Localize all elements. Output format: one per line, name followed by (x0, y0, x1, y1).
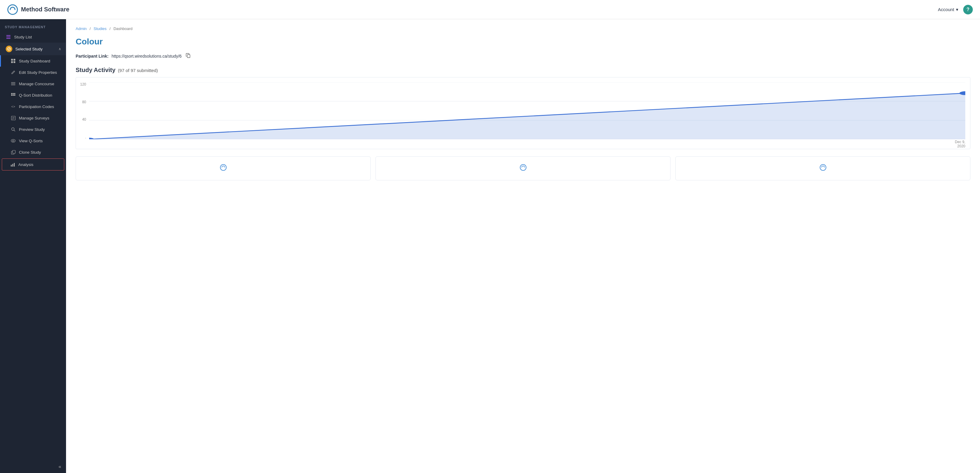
selected-study-icon (6, 46, 12, 52)
svg-rect-12 (11, 93, 12, 94)
card-3-icon (819, 163, 827, 174)
sidebar: STUDY MANAGEMENT Study List Selected Stu… (0, 19, 66, 473)
breadcrumb: Admin / Studies / Dashboard (76, 26, 970, 31)
sidebar-item-label: Study List (14, 35, 32, 39)
sidebar-item-qsort-distribution[interactable]: Q-Sort Distribution (0, 89, 66, 101)
navbar-right: Account ▾ ? (938, 5, 973, 14)
sidebar-item-manage-surveys[interactable]: Manage Surveys (0, 112, 66, 124)
sidebar-item-label: Selected Study (15, 47, 43, 51)
code-icon: <> (11, 104, 16, 109)
app-title: Method Software (21, 6, 69, 13)
chart-y-label-80: 80 (76, 100, 88, 104)
chart-x-date-label: Dec 9,2020 (955, 140, 965, 148)
card-1 (76, 156, 371, 180)
svg-point-40 (520, 164, 526, 170)
svg-point-39 (220, 164, 226, 170)
main-content: Admin / Studies / Dashboard Colour Parti… (66, 19, 980, 473)
svg-rect-6 (14, 59, 15, 61)
grid-icon (11, 92, 16, 98)
clone-icon (11, 150, 16, 155)
svg-point-0 (8, 5, 18, 14)
sidebar-item-selected-study[interactable]: Selected Study ∧ (0, 43, 66, 55)
svg-point-25 (13, 140, 14, 142)
svg-rect-27 (13, 150, 15, 153)
svg-rect-11 (11, 84, 15, 85)
sidebar-item-preview-study[interactable]: Preview Study (0, 124, 66, 135)
page-title: Colour (76, 37, 970, 46)
svg-rect-7 (11, 61, 13, 63)
collapse-sidebar-button[interactable]: « (0, 460, 66, 473)
sidebar-item-label: Clone Study (19, 150, 41, 154)
svg-point-24 (11, 139, 15, 142)
app-body: STUDY MANAGEMENT Study List Selected Stu… (0, 19, 980, 473)
svg-line-23 (14, 130, 15, 131)
survey-icon (11, 115, 16, 121)
breadcrumb-current: Dashboard (113, 26, 133, 31)
svg-rect-1 (6, 35, 11, 36)
svg-rect-10 (11, 83, 15, 84)
help-button[interactable]: ? (963, 5, 973, 14)
breadcrumb-sep-2: / (110, 26, 111, 31)
sidebar-item-analysis[interactable]: Analysis (2, 158, 64, 170)
svg-rect-31 (187, 55, 190, 57)
sidebar-item-participation-codes[interactable]: <> Participation Codes (0, 101, 66, 112)
sidebar-item-study-dashboard[interactable]: Study Dashboard (0, 55, 66, 67)
sidebar-item-label: Edit Study Properties (19, 70, 57, 75)
cards-row (76, 156, 970, 180)
pencil-icon (11, 70, 16, 75)
chart-plot-area (89, 82, 965, 139)
copy-link-button[interactable] (185, 53, 192, 59)
sidebar-item-clone-study[interactable]: Clone Study (0, 147, 66, 158)
study-activity-title: Study Activity (76, 67, 116, 73)
study-activity-subtitle: (97 of 97 submitted) (118, 68, 158, 73)
svg-rect-14 (14, 93, 15, 94)
breadcrumb-studies[interactable]: Studies (94, 26, 107, 31)
chart-container: 120 80 40 . (76, 77, 970, 149)
chart-svg (89, 82, 965, 139)
chevron-up-icon: ∧ (59, 47, 61, 51)
brand-logo (7, 4, 18, 15)
chart-y-label-dot: . (76, 135, 88, 139)
card-1-icon (219, 163, 228, 174)
sidebar-item-label: Manage Concourse (19, 82, 54, 86)
participant-link-row: Participant Link: https://qsort.wiredsol… (76, 53, 970, 59)
account-label: Account (938, 7, 954, 12)
participant-link-label: Participant Link: (76, 54, 109, 59)
sidebar-item-label: Participation Codes (19, 104, 54, 109)
svg-rect-16 (13, 94, 14, 96)
card-3 (675, 156, 970, 180)
sidebar-item-label: Analysis (18, 162, 33, 167)
copy-icon (186, 53, 191, 58)
help-icon: ? (966, 7, 969, 12)
svg-rect-13 (13, 93, 14, 94)
chart-y-label-40: 40 (76, 117, 88, 121)
sidebar-item-label: Q-Sort Distribution (19, 93, 52, 97)
card-2-icon (519, 163, 527, 174)
card-2 (375, 156, 671, 180)
brand: Method Software (7, 4, 69, 15)
svg-rect-2 (6, 37, 11, 37)
breadcrumb-sep-1: / (89, 26, 92, 31)
svg-rect-5 (11, 59, 13, 61)
dashboard-icon (11, 58, 16, 64)
sidebar-item-study-list[interactable]: Study List (0, 31, 66, 43)
svg-rect-30 (14, 163, 15, 167)
sidebar-item-label: Study Dashboard (19, 59, 50, 63)
sidebar-item-edit-study-properties[interactable]: Edit Study Properties (0, 67, 66, 78)
chevron-down-icon: ▾ (956, 7, 958, 12)
sidebar-section-label: STUDY MANAGEMENT (0, 19, 66, 31)
collapse-icon: « (59, 464, 61, 470)
breadcrumb-admin[interactable]: Admin (76, 26, 87, 31)
svg-rect-17 (14, 94, 15, 96)
svg-point-41 (820, 164, 826, 170)
svg-rect-8 (14, 61, 15, 63)
analysis-icon (10, 162, 15, 167)
svg-point-37 (89, 138, 94, 139)
account-button[interactable]: Account ▾ (938, 7, 958, 12)
eye-icon (11, 138, 16, 143)
sidebar-item-label: Preview Study (19, 127, 45, 132)
sidebar-item-view-qsorts[interactable]: View Q-Sorts (0, 135, 66, 147)
chart-y-label-120: 120 (76, 82, 88, 86)
svg-rect-3 (6, 38, 11, 39)
sidebar-item-manage-concourse[interactable]: Manage Concourse (0, 78, 66, 89)
